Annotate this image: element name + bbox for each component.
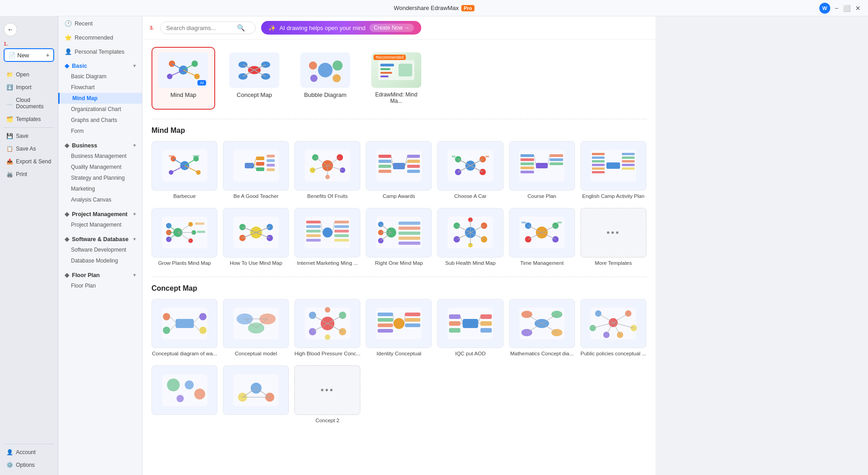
- svg-point-20: [333, 61, 343, 71]
- template-math-concept[interactable]: Mathematics Concept dia...: [509, 299, 575, 357]
- type-card-edrawmind[interactable]: Recommended EdrawMind: Mind Ma...: [364, 47, 428, 110]
- sub-biz-mgmt[interactable]: Business Management: [58, 151, 142, 162]
- template-barbecue[interactable]: Barbecue: [151, 141, 217, 199]
- template-concept-2[interactable]: [223, 365, 289, 423]
- left-panel-recommended[interactable]: ⭐ Recommended: [58, 30, 142, 45]
- type-card-concept-map[interactable]: Concept Map: [222, 47, 286, 110]
- ai-create-button[interactable]: Create Now →: [369, 24, 414, 32]
- svg-point-198: [163, 327, 170, 334]
- template-identity[interactable]: Identity Conceptual: [366, 299, 432, 357]
- svg-rect-94: [520, 158, 534, 161]
- sidebar-nav-options[interactable]: ⚙️ Options: [2, 459, 56, 471]
- maximize-icon[interactable]: ⬜: [843, 5, 851, 12]
- sub-form[interactable]: Form: [58, 126, 142, 136]
- template-internet-marketing[interactable]: Internet Marketing Ming ...: [294, 208, 360, 266]
- sub-strategy[interactable]: Strategy and Planning: [58, 172, 142, 183]
- template-how-to-use[interactable]: How To Use Mind Map: [223, 208, 289, 266]
- type-card-mind-map[interactable]: AI Mind Map: [151, 47, 215, 110]
- svg-rect-43: [256, 157, 264, 160]
- sidebar-nav-templates[interactable]: 🗂️ Templates: [2, 113, 56, 125]
- template-choose-car[interactable]: Choose A Car: [437, 141, 503, 199]
- sub-analysis[interactable]: Analysis Canvas: [58, 194, 142, 205]
- template-concept-1[interactable]: [151, 365, 217, 423]
- template-conceptual-wa[interactable]: Conceptual diagram of wa...: [151, 299, 217, 357]
- ai-banner[interactable]: ✨ AI drawing helps open your mind Create…: [261, 21, 421, 35]
- template-iqc[interactable]: IQC put AOD: [437, 299, 503, 357]
- template-course-plan[interactable]: Course Plan: [509, 141, 575, 199]
- svg-rect-131: [197, 231, 205, 233]
- sidebar-nav-save[interactable]: 💾 Save: [2, 130, 56, 142]
- sidebar-nav-print[interactable]: 🖨️ Print: [2, 168, 56, 180]
- sidebar-nav-account[interactable]: 👤 Account: [2, 446, 56, 458]
- category-business[interactable]: ◆ Business ▾: [58, 138, 142, 151]
- svg-rect-162: [399, 227, 420, 230]
- sub-quality[interactable]: Quality Management: [58, 162, 142, 172]
- template-label-conceptual-model: Conceptual model: [235, 351, 277, 356]
- template-public-policies[interactable]: Public policies conceptual ...: [580, 299, 646, 357]
- sidebar-nav-import[interactable]: ⬇️ Import: [2, 81, 56, 93]
- svg-rect-26: [380, 72, 392, 74]
- close-icon[interactable]: ✕: [855, 5, 861, 12]
- template-blood-pressure[interactable]: High Blood Pressure Conc...: [294, 299, 360, 357]
- template-conceptual-model[interactable]: Conceptual model: [223, 299, 289, 357]
- sidebar-nav-cloud[interactable]: ☁️ Cloud Documents: [2, 94, 56, 112]
- svg-rect-66: [393, 163, 405, 169]
- svg-rect-242: [480, 328, 492, 333]
- svg-point-272: [167, 379, 180, 391]
- type-card-bubble[interactable]: Bubble Diagram: [293, 47, 357, 110]
- sub-basic-diagram[interactable]: Basic Diagram: [58, 71, 142, 82]
- chevron-down-icon-proj: ▾: [133, 212, 136, 217]
- sub-mind-map[interactable]: Mind Map: [58, 93, 142, 104]
- sub-floor-plan[interactable]: Floor Plan: [58, 280, 142, 291]
- template-more-mm[interactable]: ••• More Templates: [580, 208, 646, 266]
- template-more-cm[interactable]: ••• Concept 2: [294, 365, 360, 423]
- sidebar-nav-export[interactable]: 📤 Export & Send: [2, 156, 56, 167]
- template-right-one[interactable]: Right One Mind Map: [366, 208, 432, 266]
- svg-rect-163: [399, 232, 420, 235]
- sub-org-chart[interactable]: Organizational Chart: [58, 104, 142, 115]
- category-project[interactable]: ◆ Project Management ▾: [58, 207, 142, 219]
- minimize-icon[interactable]: −: [835, 5, 838, 12]
- svg-rect-196: [176, 319, 194, 328]
- search-icon: 🔍: [237, 24, 245, 31]
- back-button[interactable]: ←: [4, 23, 17, 36]
- template-english-camp[interactable]: English Camp Activity Plan: [580, 141, 646, 199]
- svg-rect-107: [592, 160, 605, 162]
- template-time-mgmt[interactable]: Time Management: [509, 208, 575, 266]
- sub-sw-dev[interactable]: Software Development: [58, 244, 142, 255]
- new-button[interactable]: 📄 New +: [4, 48, 54, 62]
- chevron-down-icon-biz: ▾: [133, 143, 136, 148]
- template-label-how-to-use: How To Use Mind Map: [230, 260, 282, 266]
- svg-rect-48: [267, 164, 275, 167]
- category-basic[interactable]: ◆ Basic ▾: [58, 59, 142, 71]
- template-sub-health[interactable]: Sub Health Mind Map: [437, 208, 503, 266]
- sub-graphs[interactable]: Graphs and Charts: [58, 115, 142, 126]
- category-software[interactable]: ◆ Software & Database ▾: [58, 232, 142, 244]
- sub-project-mgmt[interactable]: Project Management: [58, 219, 142, 230]
- step-label-1: 1.: [4, 41, 54, 46]
- category-floor[interactable]: ◆ Floor Plan ▾: [58, 268, 142, 280]
- template-grow-plants[interactable]: Grow Plants Mind Map: [151, 208, 217, 266]
- svg-rect-40: [193, 155, 199, 157]
- sub-marketing[interactable]: Marketing: [58, 183, 142, 194]
- folder-icon: 📁: [6, 71, 13, 78]
- sidebar-nav-open[interactable]: 📁 Open: [2, 69, 56, 81]
- template-fruits[interactable]: Benefits Of Fruits: [294, 141, 360, 199]
- svg-rect-28: [399, 64, 412, 76]
- left-panel-recent[interactable]: 🕐 Recent: [58, 16, 142, 30]
- svg-point-143: [323, 227, 333, 238]
- left-panel-personal[interactable]: 👤 Personal Templates: [58, 45, 142, 59]
- svg-rect-149: [334, 221, 349, 223]
- chevron-down-icon-floor: ▾: [133, 273, 136, 278]
- search-box[interactable]: 🔍: [160, 21, 256, 34]
- sub-flowchart[interactable]: Flowchart: [58, 82, 142, 93]
- template-camp-awards[interactable]: Camp Awards: [366, 141, 432, 199]
- sub-db[interactable]: Database Modeling: [58, 255, 142, 266]
- template-label-internet-marketing: Internet Marketing Ming ...: [297, 260, 358, 266]
- search-input[interactable]: [166, 25, 234, 31]
- svg-rect-152: [334, 234, 349, 237]
- svg-rect-226: [378, 313, 393, 316]
- template-good-teacher[interactable]: Be A Good Teacher: [223, 141, 289, 199]
- sidebar-nav-saveas[interactable]: 📋 Save As: [2, 143, 56, 155]
- template-label-camp-awards: Camp Awards: [383, 193, 415, 199]
